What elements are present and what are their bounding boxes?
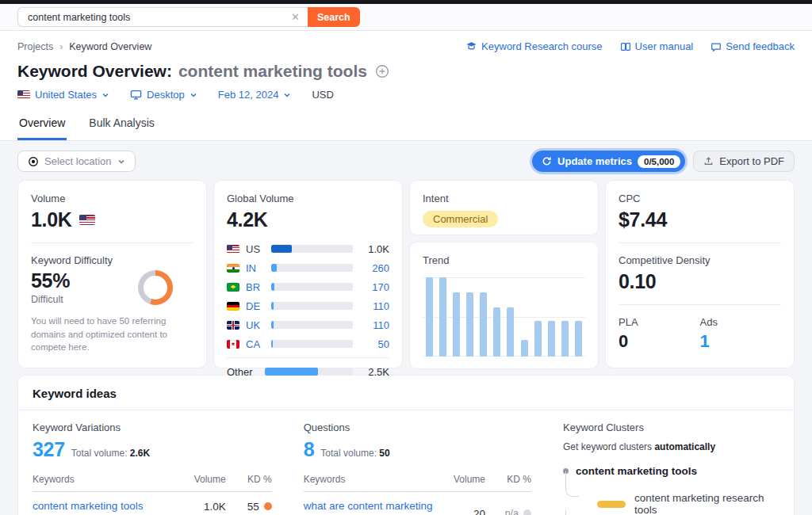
country-filter[interactable]: United States xyxy=(17,89,109,101)
trend-bar xyxy=(575,321,582,357)
country-volume-value[interactable]: 50 xyxy=(359,338,389,350)
volume-bar-fill xyxy=(271,245,292,253)
country-code-link[interactable]: CA xyxy=(246,338,265,350)
intent-badge: Commercial xyxy=(423,211,498,227)
volume-difficulty-card: Volume 1.0K Keyword Difficulty 55% Diffi… xyxy=(17,180,207,368)
trend-card: Trend xyxy=(409,242,599,369)
monitor-icon xyxy=(130,89,142,101)
divider xyxy=(227,357,389,358)
tab-bulk-analysis[interactable]: Bulk Analysis xyxy=(87,113,155,140)
kd-value: 55 xyxy=(247,501,259,513)
chevron-down-icon xyxy=(117,158,125,166)
keywords-header: Keywords xyxy=(304,474,436,485)
keyword-link[interactable]: content marketing tools xyxy=(33,499,177,513)
page-title-keyword: content marketing tools xyxy=(178,62,367,81)
trend-bar xyxy=(426,277,433,357)
volume-header: Volume xyxy=(177,474,226,485)
table-row: content marketing tools 1.0K 55 xyxy=(33,492,272,515)
date-filter[interactable]: Feb 12, 2024 xyxy=(218,89,292,101)
country-code-link[interactable]: BR xyxy=(246,281,265,293)
trend-bar xyxy=(439,277,446,357)
uk-flag-icon xyxy=(227,321,239,330)
de-flag-icon xyxy=(227,302,239,311)
country-code-link[interactable]: UK xyxy=(246,319,265,331)
update-metrics-button[interactable]: Update metrics 0/5,000 xyxy=(532,151,685,172)
export-to-pdf-button[interactable]: Export to PDF xyxy=(693,151,795,172)
page-header: Projects › Keyword Overview Keyword Rese… xyxy=(0,31,812,141)
search-input[interactable] xyxy=(28,12,289,23)
keyword-difficulty-value: 55% xyxy=(31,269,138,292)
country-code-link[interactable]: IN xyxy=(246,262,265,274)
volume-bar-track xyxy=(271,245,353,253)
country-volume-row: CA 50 xyxy=(227,334,389,353)
volume-bar-fill xyxy=(271,321,274,329)
trend-bar xyxy=(480,292,487,357)
competitive-density-label: Competitive Density xyxy=(619,254,781,266)
ads-label: Ads xyxy=(700,316,782,328)
difficulty-donut-chart xyxy=(138,270,173,305)
country-volume-row: US 1.0K xyxy=(227,239,389,258)
volume-bar-fill xyxy=(271,283,274,291)
select-location-button[interactable]: Select location xyxy=(17,151,136,172)
main-content: Select location Update metrics 0/5,000 E… xyxy=(0,141,812,515)
other-volume-row: Other 2.5K xyxy=(227,362,389,381)
chevron-down-icon xyxy=(102,91,109,99)
country-volume-value[interactable]: 170 xyxy=(359,281,389,293)
quota-badge: 0/5,000 xyxy=(638,155,680,168)
chat-bubble-icon xyxy=(710,41,722,52)
book-icon xyxy=(620,41,631,52)
keyword-link[interactable]: what are content marketing tools xyxy=(304,499,436,515)
search-input-wrap: ✕ xyxy=(17,7,308,27)
country-volume-value[interactable]: 110 xyxy=(359,300,389,312)
competitive-density-value: 0.10 xyxy=(619,270,781,293)
tab-overview[interactable]: Overview xyxy=(17,113,67,140)
chevron-down-icon xyxy=(283,91,291,99)
cluster-tree: content marketing tools content marketin… xyxy=(563,465,779,515)
country-code-link[interactable]: DE xyxy=(246,300,265,312)
keyword-research-course-link[interactable]: Keyword Research course xyxy=(465,40,602,52)
clusters-subtitle: Get keyword clusters automatically xyxy=(563,441,779,452)
divider xyxy=(31,242,193,243)
device-filter[interactable]: Desktop xyxy=(130,89,197,101)
table-header: Keywords Volume KD % xyxy=(33,474,272,492)
date-filter-label: Feb 12, 2024 xyxy=(218,89,279,101)
volume-bar-track xyxy=(265,368,353,376)
clusters-subtitle-bold: automatically xyxy=(654,441,715,452)
export-icon xyxy=(703,156,714,166)
cpc-label: CPC xyxy=(619,193,781,204)
volume-value: 1.0K xyxy=(31,208,72,231)
search-button[interactable]: Search xyxy=(308,7,360,27)
clear-search-icon[interactable]: ✕ xyxy=(289,12,301,22)
global-volume-card: Global Volume 4.2K US 1.0K IN 260 BR xyxy=(213,180,403,368)
questions-label: Questions xyxy=(304,422,531,433)
help-link-label: Keyword Research course xyxy=(481,40,602,52)
trend-bar-chart xyxy=(423,277,585,357)
gridline xyxy=(423,277,585,278)
send-feedback-link[interactable]: Send feedback xyxy=(710,40,795,52)
graduation-cap-icon xyxy=(465,40,477,52)
keyword-clusters-column: Keyword Clusters Get keyword clusters au… xyxy=(563,422,779,515)
divider xyxy=(619,242,781,243)
help-links: Keyword Research course User manual Send… xyxy=(465,40,795,52)
keyword-difficulty-level: Difficult xyxy=(31,294,138,305)
currency-label: USD xyxy=(312,89,333,101)
country-volume-value: 1.0K xyxy=(359,243,389,255)
cluster-root: content marketing tools xyxy=(563,465,779,477)
ads-value[interactable]: 1 xyxy=(700,331,782,352)
intent-label: Intent xyxy=(423,193,585,204)
keyword-ideas-card: Keyword ideas Keyword Variations 327 Tot… xyxy=(17,375,795,515)
breadcrumb-projects[interactable]: Projects xyxy=(17,41,53,52)
volume-bar-fill xyxy=(271,302,274,310)
add-keyword-icon[interactable] xyxy=(375,64,389,78)
country-volume-value[interactable]: 110 xyxy=(359,319,389,331)
pla-value: 0 xyxy=(619,331,700,352)
country-volume-value[interactable]: 260 xyxy=(359,262,389,274)
difficulty-description: You will need to have 50 referring domai… xyxy=(31,315,193,354)
ca-flag-icon xyxy=(227,340,239,349)
other-volume-value: 2.5K xyxy=(359,366,389,378)
export-to-pdf-label: Export to PDF xyxy=(719,155,784,167)
us-flag-icon xyxy=(227,245,239,254)
user-manual-link[interactable]: User manual xyxy=(620,40,694,52)
kd-dot xyxy=(523,509,531,515)
kd-header: KD % xyxy=(226,474,272,485)
